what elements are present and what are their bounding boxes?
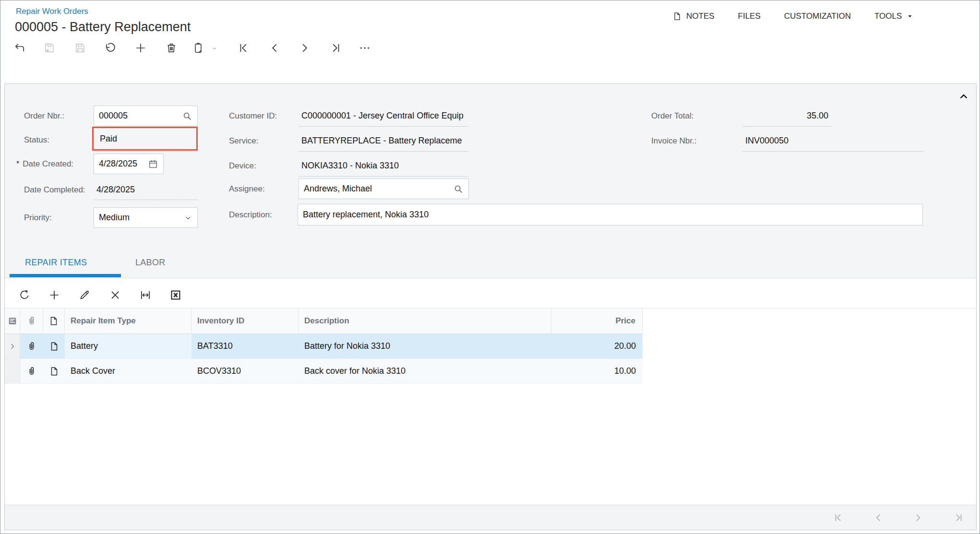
notes-button[interactable]: NOTES [672,12,715,21]
cell-inventory-id[interactable]: BAT3310 [191,334,299,359]
assignee-input[interactable]: Andrews, Michael [299,178,469,199]
tools-label: TOOLS [874,12,902,21]
cell-inventory-id[interactable]: BCOV3310 [191,359,299,384]
copy-paste-icon[interactable] [192,42,204,54]
customer-id-value: C000000001 - Jersey Central Office Equip [301,111,464,121]
priority-label: Priority: [24,207,52,228]
device-field[interactable]: NOKIA3310 - Nokia 3310 [299,155,469,177]
date-created-input[interactable]: 4/28/2025 [94,154,164,174]
tab-labor[interactable]: LABOR [135,250,166,274]
last-page-icon[interactable] [953,512,964,523]
date-completed-field: 4/28/2025 [94,180,198,200]
tools-caret-icon [906,12,914,20]
page-title: 000005 - Battery Replacement [15,20,191,35]
invoice-nbr-field[interactable]: INV000050 [742,131,924,152]
order-nbr-input[interactable]: 000005 [94,106,198,126]
delete-icon[interactable] [165,42,178,54]
priority-chevron-down-icon[interactable] [184,214,192,222]
grid-refresh-icon[interactable] [18,289,31,301]
cell-repair-item-type[interactable]: Battery [65,334,191,359]
priority-select[interactable]: Medium [94,207,198,228]
cell-description[interactable]: Battery for Nokia 3310 [299,334,551,359]
repair-items-grid: Repair Item Type Inventory ID Descriptio… [5,278,976,505]
selected-row-chevron-icon [9,342,16,351]
save-icon[interactable] [74,42,86,54]
customer-id-field[interactable]: C000000001 - Jersey Central Office Equip [299,106,469,127]
description-input[interactable]: Battery replacement, Nokia 3310 [298,204,923,225]
row-selector[interactable] [5,359,20,384]
order-total-label: Order Total: [651,106,694,127]
previous-page-icon[interactable] [873,512,884,523]
service-field[interactable]: BATTERYREPLACE - Battery Replaceme [299,131,469,152]
save-and-close-icon[interactable] [43,42,56,54]
required-mark: * [16,160,19,168]
last-record-icon[interactable] [329,42,342,54]
priority-value: Medium [99,213,184,223]
tab-repair-items[interactable]: REPAIR ITEMS [25,250,87,274]
order-nbr-search-icon[interactable] [182,111,192,121]
active-tab-indicator [10,274,121,277]
customization-button[interactable]: CUSTOMIZATION [784,12,851,21]
invoice-nbr-value: INV000050 [745,136,789,146]
grid-delete-row-icon[interactable] [109,289,121,301]
note-doc-icon [49,366,60,377]
first-record-icon[interactable] [238,42,250,54]
copy-paste-menu-icon[interactable] [212,46,217,51]
grid-edit-row-icon[interactable] [78,289,91,301]
undo-icon[interactable] [104,42,117,54]
status-highlight-box: Paid [92,127,198,151]
cell-price[interactable]: 20.00 [551,334,643,359]
invoice-nbr-label: Invoice Nbr.: [651,131,697,152]
assignee-label: Assignee: [229,178,265,199]
attachments-column-header[interactable] [20,309,43,334]
note-doc-icon [49,341,60,352]
cell-price[interactable]: 10.00 [551,359,643,384]
assignee-search-icon[interactable] [453,184,464,194]
service-value: BATTERYREPLACE - Battery Replaceme [301,136,462,146]
grid-add-row-icon[interactable] [48,289,60,301]
next-page-icon[interactable] [913,512,923,523]
grid-settings-icon [7,316,18,326]
files-label: FILES [738,12,761,21]
first-page-icon[interactable] [833,512,844,523]
content-panel: Order Nbr.: 000005 Status: Paid * Date C… [4,83,977,530]
column-header-description[interactable]: Description [299,309,551,334]
repair-items-table: Repair Item Type Inventory ID Descriptio… [5,309,643,384]
column-header-repair-item-type[interactable]: Repair Item Type [65,309,191,334]
grid-export-excel-icon[interactable] [169,289,182,301]
row-note-cell[interactable] [43,359,65,384]
files-button[interactable]: FILES [738,12,761,21]
notes-column-header[interactable] [43,309,65,334]
device-value: NOKIA3310 - Nokia 3310 [301,161,399,171]
calendar-icon[interactable] [148,159,158,169]
customization-label: CUSTOMIZATION [784,12,851,21]
row-note-cell[interactable] [43,334,65,359]
cell-repair-item-type[interactable]: Back Cover [65,359,191,384]
notes-label: NOTES [686,12,715,21]
status-value: Paid [100,134,117,144]
breadcrumb-link[interactable]: Repair Work Orders [16,7,88,16]
row-attachment-cell[interactable] [20,334,43,359]
column-settings-header[interactable] [5,309,20,334]
next-record-icon[interactable] [299,42,311,54]
date-completed-label: Date Completed: [24,180,85,200]
status-field-underline [94,151,198,152]
date-created-value: 4/28/2025 [99,159,148,169]
previous-record-icon[interactable] [268,42,281,54]
column-header-inventory-id[interactable]: Inventory ID [191,309,299,334]
column-header-price[interactable]: Price [551,309,643,334]
paperclip-icon [26,366,37,377]
more-actions-icon[interactable] [359,42,371,54]
cell-description[interactable]: Back cover for Nokia 3310 [299,359,551,384]
row-selector[interactable] [5,334,20,359]
service-label: Service: [229,131,258,152]
tools-button[interactable]: TOOLS [874,12,914,21]
insert-icon[interactable] [134,42,147,54]
grid-fit-to-screen-icon[interactable] [139,289,152,301]
grid-pagination-bar [5,505,976,530]
description-value: Battery replacement, Nokia 3310 [303,210,918,220]
date-completed-value: 4/28/2025 [96,185,135,195]
row-attachment-cell[interactable] [20,359,43,384]
back-icon[interactable] [13,42,26,54]
collapse-panel-icon[interactable] [958,92,969,102]
